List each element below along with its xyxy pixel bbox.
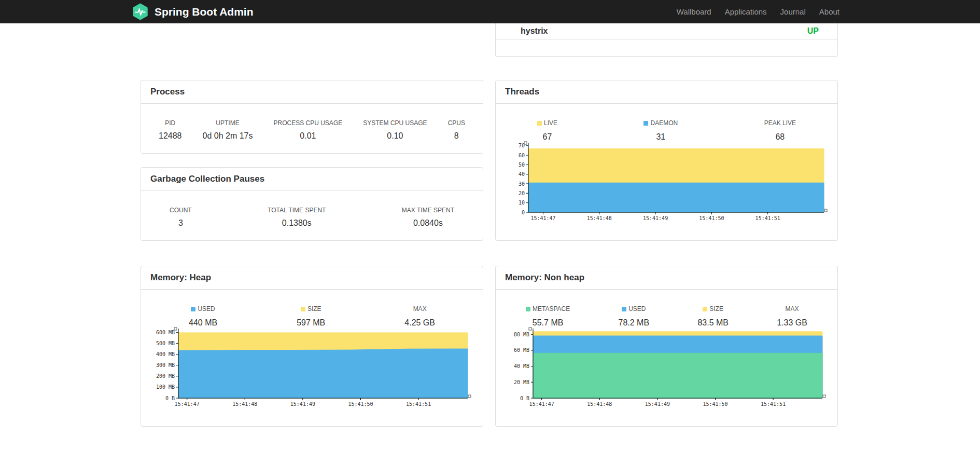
- svg-text:600 MB: 600 MB: [156, 330, 175, 335]
- nav-item-wallboard[interactable]: Wallboard: [677, 7, 711, 16]
- metric-value: 0.0840s: [402, 219, 454, 228]
- svg-text:15:41:50: 15:41:50: [699, 215, 724, 221]
- brand-title: Spring Boot Admin: [155, 6, 254, 18]
- health-details-panel: hystrix UP: [495, 23, 838, 57]
- legend-item-used: USED 78.2 MB: [619, 305, 650, 328]
- svg-text:15:41:49: 15:41:49: [290, 401, 315, 407]
- health-status-badge: UP: [807, 26, 819, 36]
- legend-item-size: SIZE 597 MB: [297, 305, 325, 328]
- svg-text:15:41:49: 15:41:49: [645, 401, 670, 407]
- live-legend-swatch: [537, 121, 542, 126]
- metric-label: PROCESS CPU USAGE: [274, 119, 343, 127]
- svg-text:15:41:47: 15:41:47: [530, 215, 555, 221]
- svg-text:15:41:48: 15:41:48: [587, 401, 612, 407]
- svg-text:15:41:48: 15:41:48: [587, 215, 612, 221]
- metric-value: 3: [170, 219, 192, 228]
- svg-text:15:41:47: 15:41:47: [175, 401, 200, 407]
- svg-text:0: 0: [522, 210, 525, 215]
- threads-legend: LIVE 67 DAEMON 31 PEAK LIVE 68: [496, 104, 837, 142]
- svg-text:20 MB: 20 MB: [514, 379, 529, 385]
- svg-text:15:41:49: 15:41:49: [643, 215, 668, 221]
- heap-legend: USED 440 MB SIZE 597 MB MAX 4.25 GB: [141, 290, 483, 328]
- heap-chart-svg: 0 B100 MB200 MB300 MB400 MB500 MB600 MB1…: [149, 325, 474, 410]
- memory-nonheap-panel: Memory: Non heap METASPACE 55.7 MB USED …: [495, 266, 838, 427]
- metric-label: SYSTEM CPU USAGE: [363, 119, 427, 127]
- threads-chart: 01020304050607015:41:4715:41:4815:41:491…: [505, 140, 830, 226]
- svg-text:15:41:51: 15:41:51: [406, 401, 431, 407]
- health-indicator-name: hystrix: [521, 26, 548, 36]
- svg-text:0 B: 0 B: [165, 396, 175, 401]
- metric-label: CPUS: [448, 119, 465, 127]
- svg-text:60 MB: 60 MB: [514, 347, 529, 353]
- metric-label: UPTIME: [203, 119, 253, 127]
- metric-value: 0.01: [274, 131, 343, 141]
- svg-text:60: 60: [519, 153, 525, 158]
- nav-item-journal[interactable]: Journal: [780, 7, 806, 16]
- metric-label: COUNT: [170, 207, 192, 214]
- svg-text:400 MB: 400 MB: [156, 351, 175, 357]
- svg-text:0 B: 0 B: [520, 396, 529, 401]
- legend-label: DAEMON: [650, 119, 678, 127]
- metric-pid: PID 12488: [159, 119, 182, 141]
- threads-panel-title: Threads: [496, 80, 837, 104]
- svg-text:15:41:51: 15:41:51: [761, 401, 786, 407]
- navbar-links: Wallboard Applications Journal About: [677, 7, 839, 16]
- brand-link[interactable]: Spring Boot Admin: [132, 3, 254, 20]
- svg-text:50: 50: [519, 162, 525, 168]
- svg-text:30: 30: [519, 181, 525, 187]
- metric-cpus: CPUS 8: [448, 119, 465, 141]
- size-legend-swatch: [703, 307, 707, 311]
- used-legend-swatch: [191, 307, 195, 311]
- nav-item-about[interactable]: About: [819, 7, 839, 16]
- gc-panel-title: Garbage Collection Pauses: [141, 168, 483, 191]
- process-panel: Process PID 12488 UPTIME 0d 0h 2m 17s PR…: [141, 80, 483, 154]
- nonheap-chart-svg: 0 B20 MB40 MB60 MB80 MB15:41:4715:41:481…: [504, 325, 829, 410]
- threads-panel: Threads LIVE 67 DAEMON 31 PEAK LIVE 68 0…: [495, 80, 838, 241]
- legend-label: LIVE: [544, 119, 557, 127]
- memory-heap-panel-title: Memory: Heap: [141, 266, 483, 290]
- memory-heap-chart: 0 B100 MB200 MB300 MB400 MB500 MB600 MB1…: [149, 325, 474, 412]
- metric-gc-count: COUNT 3: [170, 207, 192, 228]
- svg-text:100 MB: 100 MB: [156, 384, 175, 390]
- metric-value: 0d 0h 2m 17s: [203, 131, 253, 141]
- svg-text:40 MB: 40 MB: [514, 363, 529, 369]
- legend-item-max: MAX 4.25 GB: [404, 305, 435, 328]
- gc-pauses-panel: Garbage Collection Pauses COUNT 3 TOTAL …: [141, 167, 483, 241]
- svg-text:300 MB: 300 MB: [156, 362, 175, 368]
- metric-gc-max-time: MAX TIME SPENT 0.0840s: [402, 207, 454, 228]
- legend-item-daemon: DAEMON 31: [643, 119, 678, 142]
- process-panel-title: Process: [141, 80, 483, 104]
- svg-text:15:41:48: 15:41:48: [232, 401, 257, 407]
- metric-label: PID: [159, 119, 182, 127]
- legend-item-peak-live: PEAK LIVE 68: [764, 119, 796, 142]
- metaspace-legend-swatch: [526, 307, 530, 311]
- metric-value: 8: [448, 131, 465, 141]
- metric-value: 0.1380s: [268, 219, 326, 228]
- nonheap-legend: METASPACE 55.7 MB USED 78.2 MB SIZE 83.5…: [496, 290, 837, 328]
- process-metrics: PID 12488 UPTIME 0d 0h 2m 17s PROCESS CP…: [141, 104, 483, 141]
- threads-chart-svg: 01020304050607015:41:4715:41:4815:41:491…: [505, 140, 830, 224]
- metric-system-cpu-usage: SYSTEM CPU USAGE 0.10: [363, 119, 427, 141]
- svg-text:70: 70: [519, 143, 525, 148]
- legend-label: METASPACE: [533, 305, 570, 312]
- legend-item-metaspace: METASPACE 55.7 MB: [526, 305, 570, 328]
- svg-text:15:41:51: 15:41:51: [755, 215, 780, 221]
- metric-process-cpu-usage: PROCESS CPU USAGE 0.01: [274, 119, 343, 141]
- metric-gc-total-time: TOTAL TIME SPENT 0.1380s: [268, 207, 326, 228]
- legend-label: USED: [198, 305, 215, 312]
- svg-text:80 MB: 80 MB: [514, 332, 529, 337]
- gc-metrics: COUNT 3 TOTAL TIME SPENT 0.1380s MAX TIM…: [141, 191, 483, 228]
- legend-label: MAX: [413, 305, 427, 312]
- metric-value: 0.10: [363, 131, 427, 141]
- svg-text:15:41:50: 15:41:50: [703, 401, 727, 407]
- daemon-legend-swatch: [643, 121, 648, 126]
- legend-item-max: MAX 1.33 GB: [777, 305, 807, 328]
- navbar-inner: Spring Boot Admin Wallboard Applications…: [0, 0, 980, 23]
- memory-nonheap-panel-title: Memory: Non heap: [496, 266, 837, 290]
- legend-item-size: SIZE 83.5 MB: [697, 305, 729, 328]
- spring-boot-admin-logo-icon: [132, 3, 149, 20]
- metric-uptime: UPTIME 0d 0h 2m 17s: [203, 119, 253, 141]
- svg-text:15:41:50: 15:41:50: [348, 401, 373, 407]
- health-row-hystrix: hystrix UP: [496, 23, 837, 39]
- nav-item-applications[interactable]: Applications: [725, 7, 767, 16]
